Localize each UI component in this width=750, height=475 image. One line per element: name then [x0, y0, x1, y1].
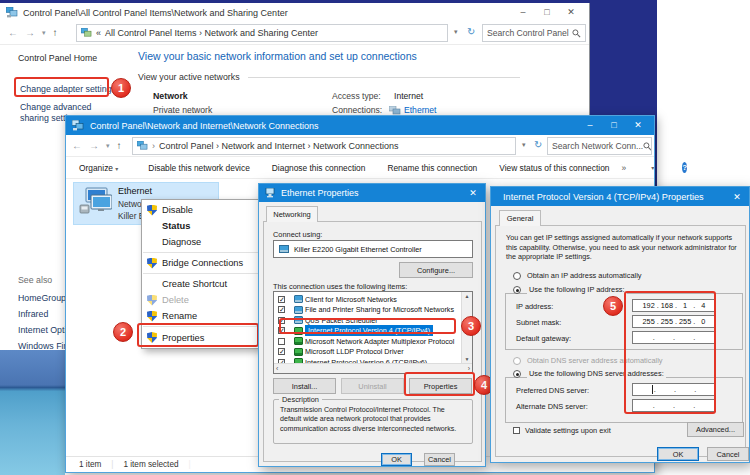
description-text: Transmission Control Protocol/Internet P…: [280, 406, 468, 434]
dlg1-titlebar[interactable]: Ethernet Properties ✕: [259, 184, 485, 202]
network-folder-icon: [137, 141, 148, 151]
desktop-screenshot: Control Panel\All Control Panel Items\Ne…: [0, 0, 750, 475]
win2-maximize-button[interactable]: □: [602, 116, 626, 134]
network-connections-icon: [72, 120, 84, 131]
win2-toolbar: Organize ▾ Disable this network device D…: [66, 157, 654, 179]
install-button[interactable]: Install...: [273, 378, 336, 394]
dlg1-close-button[interactable]: ✕: [461, 184, 485, 202]
win1-search-input[interactable]: Search Control Panel: [482, 24, 586, 42]
menu-separator: [143, 252, 258, 253]
toolbar-view-status[interactable]: View status of this connection: [499, 163, 609, 173]
dlg2-ok-button[interactable]: OK: [657, 447, 699, 461]
network-name: Network: [153, 91, 188, 101]
tab-networking[interactable]: Networking: [266, 206, 318, 222]
win1-address-bar: ← → ▾ ↑ « All Control Panel Items › Netw…: [0, 22, 589, 45]
win2-breadcrumb[interactable]: › Control Panel › Network and Internet ›…: [132, 137, 516, 155]
dlg1-cancel-button[interactable]: Cancel: [424, 453, 455, 466]
win1-titlebar[interactable]: Control Panel\All Control Panel Items\Ne…: [0, 3, 589, 22]
validate-label[interactable]: Validate settings upon exit: [525, 426, 611, 435]
uac-shield-icon: [147, 311, 157, 322]
menu-item-rename[interactable]: Rename: [142, 308, 259, 324]
connection-items-label: This connection uses the following items…: [273, 282, 407, 291]
up-icon[interactable]: ↑: [53, 27, 58, 38]
win1-close-button[interactable]: ✕: [559, 3, 583, 21]
forward-icon[interactable]: →: [25, 27, 35, 38]
preferred-dns-label: Preferred DNS server:: [516, 386, 589, 395]
help-icon[interactable]: ?: [682, 162, 687, 173]
refresh-icon[interactable]: ↻: [534, 139, 542, 150]
advanced-button[interactable]: Advanced...: [687, 422, 744, 437]
dlg2-cancel-button[interactable]: Cancel: [707, 447, 749, 461]
scroll-down-icon[interactable]: ▼: [465, 356, 470, 362]
dlg2-titlebar[interactable]: Internet Protocol Version 4 (TCP/IPv4) P…: [491, 187, 749, 206]
validate-checkbox[interactable]: [513, 427, 520, 434]
step5-badge: 5: [603, 296, 623, 316]
subnet-mask-label: Subnet mask:: [516, 318, 561, 327]
step1-highlight-box: [14, 77, 109, 97]
address-dropdown-icon[interactable]: ▾: [454, 28, 458, 36]
checkbox-checked[interactable]: ✓: [278, 296, 285, 303]
win2-close-button[interactable]: ✕: [626, 116, 650, 134]
dlg2-close-button[interactable]: ✕: [725, 188, 749, 206]
sidebar-item-homegroup[interactable]: HomeGroup: [18, 293, 66, 303]
win1-breadcrumb[interactable]: « All Control Panel Items › Network and …: [76, 24, 448, 42]
back-icon[interactable]: ←: [8, 27, 18, 38]
adapter-field: Killer E2200 Gigabit Ethernet Controller: [273, 240, 473, 258]
scroll-up-icon[interactable]: ▲: [465, 293, 470, 299]
checkbox-checked[interactable]: ✓: [278, 348, 285, 355]
radio-use-ip[interactable]: [513, 286, 521, 294]
list-item-client[interactable]: ✓ Client for Microsoft Networks: [275, 294, 397, 305]
radio-obtain-ip-label[interactable]: Obtain an IP address automatically: [527, 271, 641, 280]
nav-history-chevron-icon[interactable]: ▾: [42, 29, 46, 37]
tab-general[interactable]: General: [499, 210, 541, 226]
win2-minimize-button[interactable]: –: [578, 116, 602, 134]
dlg1-title: Ethernet Properties: [281, 188, 359, 198]
toolbar-rename-connection[interactable]: Rename this connection: [387, 163, 477, 173]
breadcrumb-text[interactable]: Control Panel › Network and Internet › N…: [159, 141, 399, 151]
win2-search-input[interactable]: Search Network Conn...: [547, 137, 652, 155]
back-icon[interactable]: ←: [72, 140, 82, 151]
scroll-right-icon[interactable]: ›: [468, 365, 470, 372]
menu-item-status[interactable]: Status: [142, 218, 259, 234]
menu-item-delete[interactable]: Delete: [142, 292, 259, 308]
radio-use-dns[interactable]: [513, 370, 521, 378]
radio-obtain-ip[interactable]: [513, 272, 521, 280]
radio-obtain-dns[interactable]: [513, 357, 521, 365]
win2-titlebar[interactable]: Control Panel\Network and Internet\Netwo…: [66, 116, 654, 135]
checkbox-unchecked[interactable]: [278, 338, 285, 345]
list-item-file-printer[interactable]: ✓ File and Printer Sharing for Microsoft…: [275, 305, 454, 316]
organize-button[interactable]: Organize ▾: [79, 163, 118, 173]
forward-icon[interactable]: →: [89, 140, 99, 151]
breadcrumb-prefix: «: [96, 28, 101, 38]
uninstall-button[interactable]: Uninstall: [341, 378, 404, 394]
checkbox-checked[interactable]: ✓: [278, 306, 285, 313]
list-item-lldp[interactable]: ✓ Microsoft LLDP Protocol Driver: [275, 347, 404, 358]
breadcrumb-text[interactable]: All Control Panel Items › Network and Sh…: [105, 28, 318, 38]
scroll-left-icon[interactable]: ‹: [276, 365, 278, 372]
toolbar-more-chevron[interactable]: »: [621, 163, 626, 173]
toolbar-disable-device[interactable]: Disable this network device: [148, 163, 249, 173]
menu-item-bridge-connections[interactable]: Bridge Connections: [142, 255, 259, 271]
radio-use-ip-label[interactable]: Use the following IP address:: [527, 285, 627, 294]
nav-history-chevron-icon[interactable]: ▾: [106, 142, 110, 150]
multiplexor-icon: [294, 337, 303, 345]
view-dropdown-icon[interactable]: ▾: [651, 164, 654, 171]
up-icon[interactable]: ↑: [117, 140, 122, 151]
sidebar-item-control-panel-home[interactable]: Control Panel Home: [18, 53, 97, 63]
network-sharing-icon: [81, 28, 92, 38]
win1-minimize-button[interactable]: –: [511, 3, 535, 21]
sidebar-item-infrared[interactable]: Infrared: [18, 309, 48, 319]
toolbar-diagnose-connection[interactable]: Diagnose this connection: [272, 163, 366, 173]
menu-item-diagnose[interactable]: Diagnose: [142, 234, 259, 250]
list-item-multiplexor[interactable]: Microsoft Network Adapter Multiplexor Pr…: [275, 336, 454, 347]
address-dropdown-icon[interactable]: ▾: [522, 141, 526, 149]
win1-search-placeholder: Search Control Panel: [487, 28, 569, 38]
refresh-icon[interactable]: ↻: [467, 26, 475, 37]
ethernet-link[interactable]: Ethernet: [404, 105, 437, 115]
configure-button[interactable]: Configure...: [399, 262, 473, 278]
menu-item-disable[interactable]: Disable: [142, 202, 259, 218]
menu-item-create-shortcut[interactable]: Create Shortcut: [142, 276, 259, 292]
win2-address-bar: ← → ▾ ↑ › Control Panel › Network and In…: [66, 135, 654, 157]
dlg1-ok-button[interactable]: OK: [381, 453, 412, 466]
win1-maximize-button[interactable]: □: [535, 3, 559, 21]
